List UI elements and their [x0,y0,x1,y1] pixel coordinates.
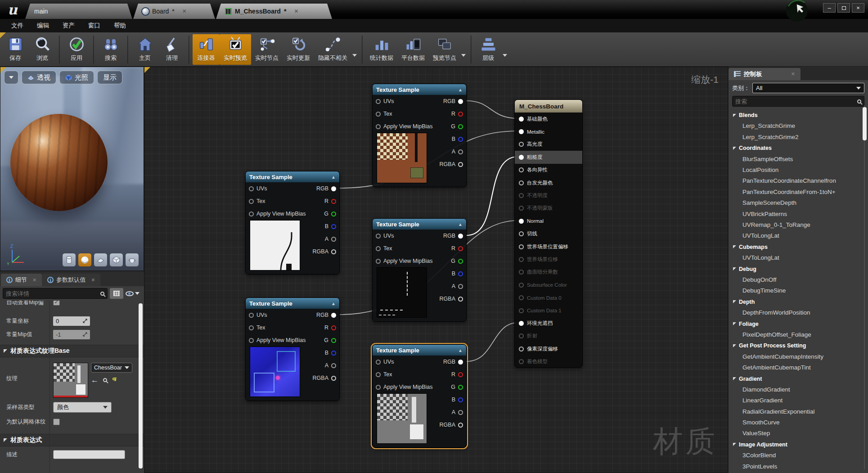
category-combo[interactable]: All [752,83,864,93]
section-material-expression-texture-base[interactable]: 材质表达式纹理Base [0,345,144,357]
preview-mesh-sphere[interactable] [10,114,108,211]
pin-icon[interactable] [376,360,381,365]
toolbar-button-stats[interactable]: 统计数据 [366,34,397,65]
pin-icon[interactable] [249,186,254,191]
node-header[interactable]: Texture Sample▲ [246,298,339,309]
palette-category[interactable]: Blends [733,110,868,121]
details-search-box[interactable] [3,288,108,299]
pin-icon[interactable] [249,325,254,330]
pin-icon[interactable] [519,219,524,224]
output-pin[interactable]: A [452,409,463,415]
pin-icon[interactable] [458,162,463,167]
toolbar-button-hide-unrelated[interactable]: 隐藏不相关 [314,34,351,65]
tab-close-icon[interactable]: ✕ [294,8,298,14]
collapse-arrow-icon[interactable]: ▲ [458,222,463,227]
material-input-pin[interactable]: Custom Data 0 [515,291,582,304]
output-pin[interactable]: B [325,223,336,230]
input-pin[interactable]: Apply View MipBias [376,258,433,264]
editor-tab-m-chessboard[interactable]: M_ChessBoard * ✕ [216,4,332,19]
input-pin[interactable]: Tex [249,198,265,204]
pin-icon[interactable] [519,283,524,288]
node-header[interactable]: M_ChessBoard [515,100,582,113]
pin-icon[interactable] [458,397,463,402]
texture-asset-combo[interactable]: ChessBoar [91,363,132,373]
pin-icon[interactable] [331,186,336,191]
pin-icon[interactable] [458,99,463,104]
pin-icon[interactable] [519,295,524,300]
input-pin[interactable]: UVs [249,185,267,192]
palette-item[interactable]: SmoothCurve [733,417,868,428]
pin-icon[interactable] [458,234,463,239]
pin-icon[interactable] [331,363,336,368]
pin-icon[interactable] [458,246,463,251]
input-pin[interactable]: UVs [249,312,267,318]
material-input-pin[interactable]: 折射 [515,330,582,342]
output-pin[interactable]: A [452,283,463,289]
palette-item[interactable]: GetAmbientCubemapTint [733,362,868,373]
material-input-pin[interactable]: Custom Data 1 [515,304,582,317]
scrollbar-track[interactable] [864,105,865,469]
material-input-pin[interactable]: 自发光颜色 [515,176,582,189]
pin-icon[interactable] [519,321,524,326]
pin-icon[interactable] [458,410,463,415]
toolbar-button-live-preview[interactable]: 实时预览 [220,34,251,65]
texture-sample-node[interactable]: Texture Sample▲UVsRGBTexRApply View MipB… [372,218,467,322]
pin-icon[interactable] [519,206,524,211]
output-pin[interactable]: RGBA [440,422,463,428]
toolbar-button-binoculars[interactable]: 搜索 [97,34,124,65]
pin-icon[interactable] [458,423,463,428]
output-pin[interactable]: RGB [316,185,336,192]
material-input-pin[interactable]: 曲面细分乘数 [515,266,582,279]
const-coordinate-spinner[interactable]: 0 [53,316,90,326]
material-input-pin[interactable]: Subsurface Color [515,279,582,291]
toolbar-button-live-nodes[interactable]: 实时节点 [251,34,283,65]
output-pin[interactable]: B [325,350,336,356]
tab-details[interactable]: i 细节 ✕ [1,274,42,286]
pin-icon[interactable] [458,385,463,390]
reset-icon[interactable] [112,377,118,383]
pin-icon[interactable] [331,376,336,381]
pin-icon[interactable] [331,351,336,356]
viewport-button-透视[interactable]: 透视 [22,71,56,84]
palette-item[interactable]: DiamondGradient [733,384,868,395]
input-pin[interactable]: UVs [376,233,394,239]
output-pin[interactable]: RGB [316,312,336,318]
output-pin[interactable]: G [451,384,463,390]
pin-icon[interactable] [519,308,524,313]
pin-icon[interactable] [458,112,463,117]
pin-icon[interactable] [376,372,381,377]
output-pin[interactable]: RGBA [440,161,463,167]
output-pin[interactable]: A [452,149,463,155]
palette-item[interactable]: RadialGradientExponential [733,406,868,417]
pin-icon[interactable] [519,180,524,185]
pin-icon[interactable] [249,212,254,216]
menu-item-资产[interactable]: 资产 [56,19,81,32]
const-mip-spinner[interactable]: -1 [53,330,90,339]
details-search-input[interactable] [6,290,100,297]
toolbar-button-live-update[interactable]: 实时更新 [283,34,314,65]
sampler-type-combo[interactable]: 颜色 [53,402,112,413]
palette-item[interactable]: UVToLongLat [733,230,868,241]
pin-icon[interactable] [331,325,336,330]
material-input-pin[interactable]: 环境光遮挡 [515,317,582,329]
material-input-pin[interactable]: 像素深度偏移 [515,342,582,355]
auto-mip-checkbox[interactable]: ✓ [53,301,60,306]
pin-icon[interactable] [458,149,463,154]
viewport-button-光照[interactable]: 光照 [59,71,94,84]
palette-item[interactable]: DebugOnOff [733,275,868,285]
editor-tab-main[interactable]: main [25,4,132,19]
pin-icon[interactable] [519,167,524,172]
output-pin[interactable]: RGBA [313,375,336,381]
tab-close-icon[interactable]: ✕ [182,8,187,14]
toolbar-button-apply[interactable]: 应用 [63,34,90,65]
palette-item[interactable]: PanTextureCoordinateChannelfron [733,176,868,186]
chevron-down-icon[interactable] [461,54,466,57]
toolbar-button-home[interactable]: 主页 [131,34,158,65]
palette-item[interactable]: PixelDepthOffset_Foliage [733,329,868,340]
pin-icon[interactable] [249,313,254,318]
toolbar-button-find[interactable]: 浏览 [29,34,56,65]
material-input-pin[interactable]: Normal [515,215,582,227]
texture-sample-node[interactable]: Texture Sample▲UVsRGBTexRApply View MipB… [372,344,467,448]
node-header[interactable]: Texture Sample▲ [373,84,466,95]
shape-button-teapot[interactable] [125,253,139,267]
